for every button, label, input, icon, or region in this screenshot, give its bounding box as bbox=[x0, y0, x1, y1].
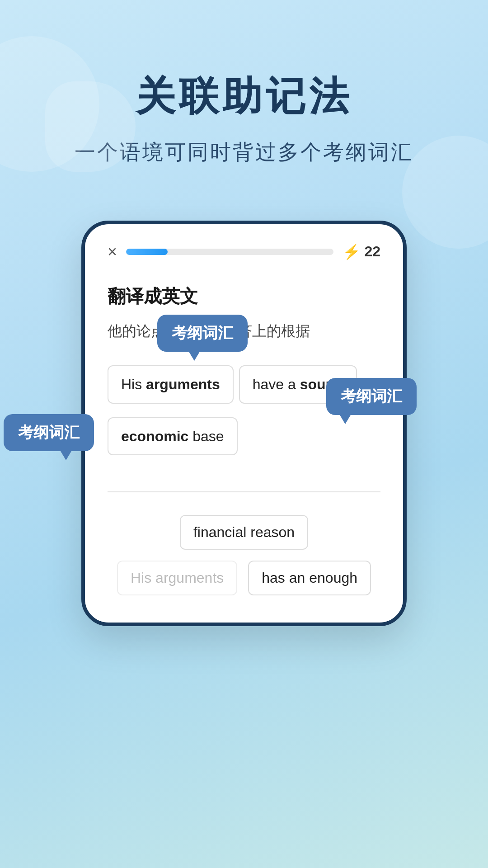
phone-mockup: 考纲词汇 考纲词汇 考纲词汇 × ⚡ 22 翻译成英文 他的论点有充分的经济上的… bbox=[81, 221, 407, 627]
progress-fill bbox=[126, 249, 168, 255]
financial-reason-text: financial reason bbox=[193, 524, 295, 541]
page-container: 关联助记法 一个语境可同时背过多个考纲词汇 考纲词汇 考纲词汇 考纲词汇 × ⚡… bbox=[0, 0, 488, 868]
bottom-options: financial reason His arguments has an en… bbox=[108, 506, 380, 595]
bg-decoration-3 bbox=[45, 81, 136, 172]
tooltip-sound: 考纲词汇 bbox=[326, 378, 417, 415]
bottom-option-financial[interactable]: financial reason bbox=[180, 515, 308, 550]
has-an-enough-text: has an enough bbox=[262, 570, 357, 586]
score-area: ⚡ 22 bbox=[343, 243, 380, 260]
answer-option-economic[interactable]: economic base bbox=[108, 417, 238, 456]
progress-track bbox=[126, 249, 333, 255]
answer-option-arguments[interactable]: His arguments bbox=[108, 365, 234, 404]
his-arguments-text: His arguments bbox=[131, 570, 224, 586]
answer-divider bbox=[108, 491, 380, 492]
answers-row-2: economic base bbox=[108, 417, 380, 465]
bold-arguments: arguments bbox=[142, 374, 220, 395]
bottom-option-his-arguments[interactable]: His arguments bbox=[117, 561, 237, 595]
score-value: 22 bbox=[364, 243, 380, 260]
progress-bar-row: × ⚡ 22 bbox=[108, 242, 380, 261]
bottom-option-has-an-enough[interactable]: has an enough bbox=[248, 561, 371, 595]
tooltip-economic: 考纲词汇 bbox=[4, 414, 94, 451]
question-label: 翻译成英文 bbox=[108, 284, 380, 309]
close-button[interactable]: × bbox=[108, 242, 117, 261]
bold-economic: economic bbox=[121, 426, 188, 447]
tooltip-arguments: 考纲词汇 bbox=[157, 315, 248, 352]
lightning-icon: ⚡ bbox=[343, 243, 361, 260]
bg-decoration-2 bbox=[402, 136, 488, 249]
